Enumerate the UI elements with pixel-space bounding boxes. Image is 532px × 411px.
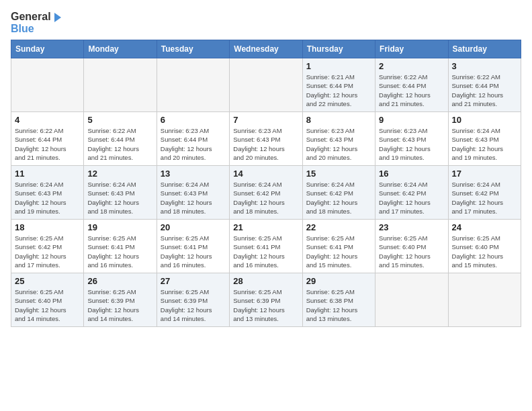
- day-info: Sunrise: 6:25 AMSunset: 6:41 PMDaylight:…: [87, 234, 152, 269]
- logo: General Blue: [11, 11, 62, 34]
- weekday-header-sunday: Sunday: [11, 40, 84, 58]
- day-number: 17: [452, 169, 517, 179]
- day-number: 6: [161, 115, 226, 125]
- calendar-cell: [157, 58, 229, 112]
- calendar-cell: [448, 273, 521, 327]
- day-info: Sunrise: 6:24 AMSunset: 6:42 PMDaylight:…: [379, 180, 444, 216]
- day-number: 29: [306, 276, 371, 286]
- day-info: Sunrise: 6:24 AMSunset: 6:43 PMDaylight:…: [87, 180, 152, 216]
- calendar-cell: [84, 58, 157, 112]
- calendar-cell: 18Sunrise: 6:25 AMSunset: 6:42 PMDayligh…: [11, 220, 84, 273]
- day-info: Sunrise: 6:25 AMSunset: 6:38 PMDaylight:…: [306, 287, 371, 323]
- calendar-cell: 2Sunrise: 6:22 AMSunset: 6:44 PMDaylight…: [375, 58, 448, 112]
- calendar-week-2: 4Sunrise: 6:22 AMSunset: 6:44 PMDaylight…: [11, 112, 521, 166]
- day-number: 15: [306, 169, 371, 179]
- header: General Blue: [11, 11, 521, 34]
- day-info: Sunrise: 6:25 AMSunset: 6:41 PMDaylight:…: [161, 234, 226, 269]
- calendar-cell: 17Sunrise: 6:24 AMSunset: 6:42 PMDayligh…: [448, 166, 521, 220]
- calendar-week-1: 1Sunrise: 6:21 AMSunset: 6:44 PMDaylight…: [11, 58, 521, 112]
- calendar-cell: 19Sunrise: 6:25 AMSunset: 6:41 PMDayligh…: [84, 220, 157, 273]
- day-number: 13: [161, 169, 226, 179]
- day-number: 25: [15, 276, 80, 286]
- calendar-table: SundayMondayTuesdayWednesdayThursdayFrid…: [11, 40, 521, 327]
- calendar-cell: 3Sunrise: 6:22 AMSunset: 6:44 PMDaylight…: [448, 58, 521, 112]
- day-number: 4: [15, 115, 80, 125]
- calendar-cell: [375, 273, 448, 327]
- day-info: Sunrise: 6:25 AMSunset: 6:39 PMDaylight:…: [87, 287, 152, 323]
- day-number: 26: [87, 276, 152, 286]
- day-info: Sunrise: 6:25 AMSunset: 6:39 PMDaylight:…: [233, 287, 298, 323]
- day-info: Sunrise: 6:22 AMSunset: 6:44 PMDaylight:…: [452, 73, 517, 108]
- calendar-cell: 1Sunrise: 6:21 AMSunset: 6:44 PMDaylight…: [302, 58, 375, 112]
- day-number: 22: [306, 222, 371, 232]
- day-number: 8: [306, 115, 371, 125]
- day-info: Sunrise: 6:25 AMSunset: 6:40 PMDaylight:…: [15, 287, 80, 323]
- day-number: 27: [161, 276, 226, 286]
- day-number: 28: [233, 276, 298, 286]
- day-info: Sunrise: 6:24 AMSunset: 6:42 PMDaylight:…: [306, 180, 371, 216]
- day-number: 9: [379, 115, 444, 125]
- day-info: Sunrise: 6:25 AMSunset: 6:39 PMDaylight:…: [161, 287, 226, 323]
- day-info: Sunrise: 6:23 AMSunset: 6:43 PMDaylight:…: [233, 126, 298, 162]
- day-info: Sunrise: 6:23 AMSunset: 6:43 PMDaylight:…: [379, 126, 444, 162]
- calendar-week-3: 11Sunrise: 6:24 AMSunset: 6:43 PMDayligh…: [11, 166, 521, 220]
- day-number: 7: [233, 115, 298, 125]
- day-number: 21: [233, 222, 298, 232]
- day-number: 18: [15, 222, 80, 232]
- day-number: 14: [233, 169, 298, 179]
- calendar-cell: 5Sunrise: 6:22 AMSunset: 6:44 PMDaylight…: [84, 112, 157, 166]
- weekday-header-wednesday: Wednesday: [230, 40, 302, 58]
- calendar-cell: 28Sunrise: 6:25 AMSunset: 6:39 PMDayligh…: [230, 273, 302, 327]
- calendar-week-4: 18Sunrise: 6:25 AMSunset: 6:42 PMDayligh…: [11, 220, 521, 273]
- calendar-cell: 4Sunrise: 6:22 AMSunset: 6:44 PMDaylight…: [11, 112, 84, 166]
- day-info: Sunrise: 6:25 AMSunset: 6:41 PMDaylight:…: [233, 234, 298, 269]
- calendar-cell: 16Sunrise: 6:24 AMSunset: 6:42 PMDayligh…: [375, 166, 448, 220]
- calendar-cell: 8Sunrise: 6:23 AMSunset: 6:43 PMDaylight…: [302, 112, 375, 166]
- day-number: 11: [15, 169, 80, 179]
- calendar-cell: 21Sunrise: 6:25 AMSunset: 6:41 PMDayligh…: [230, 220, 302, 273]
- day-info: Sunrise: 6:25 AMSunset: 6:40 PMDaylight:…: [452, 234, 517, 269]
- day-info: Sunrise: 6:23 AMSunset: 6:44 PMDaylight:…: [161, 126, 226, 162]
- calendar-cell: 22Sunrise: 6:25 AMSunset: 6:41 PMDayligh…: [302, 220, 375, 273]
- day-number: 19: [87, 222, 152, 232]
- day-info: Sunrise: 6:24 AMSunset: 6:42 PMDaylight:…: [452, 180, 517, 216]
- day-number: 23: [379, 222, 444, 232]
- day-info: Sunrise: 6:22 AMSunset: 6:44 PMDaylight:…: [379, 73, 444, 108]
- day-info: Sunrise: 6:22 AMSunset: 6:44 PMDaylight:…: [87, 126, 152, 162]
- calendar-cell: 13Sunrise: 6:24 AMSunset: 6:43 PMDayligh…: [157, 166, 229, 220]
- day-number: 3: [452, 61, 517, 71]
- calendar-cell: 11Sunrise: 6:24 AMSunset: 6:43 PMDayligh…: [11, 166, 84, 220]
- day-number: 2: [379, 61, 444, 71]
- calendar-cell: [230, 58, 302, 112]
- day-info: Sunrise: 6:24 AMSunset: 6:43 PMDaylight:…: [452, 126, 517, 162]
- calendar-cell: 10Sunrise: 6:24 AMSunset: 6:43 PMDayligh…: [448, 112, 521, 166]
- day-info: Sunrise: 6:25 AMSunset: 6:40 PMDaylight:…: [379, 234, 444, 269]
- day-number: 16: [379, 169, 444, 179]
- calendar-cell: 9Sunrise: 6:23 AMSunset: 6:43 PMDaylight…: [375, 112, 448, 166]
- calendar-cell: [11, 58, 84, 112]
- day-number: 1: [306, 61, 371, 71]
- calendar-cell: 25Sunrise: 6:25 AMSunset: 6:40 PMDayligh…: [11, 273, 84, 327]
- calendar-cell: 20Sunrise: 6:25 AMSunset: 6:41 PMDayligh…: [157, 220, 229, 273]
- day-info: Sunrise: 6:22 AMSunset: 6:44 PMDaylight:…: [15, 126, 80, 162]
- calendar-cell: 24Sunrise: 6:25 AMSunset: 6:40 PMDayligh…: [448, 220, 521, 273]
- calendar-cell: 29Sunrise: 6:25 AMSunset: 6:38 PMDayligh…: [302, 273, 375, 327]
- day-info: Sunrise: 6:25 AMSunset: 6:41 PMDaylight:…: [306, 234, 371, 269]
- calendar-cell: 6Sunrise: 6:23 AMSunset: 6:44 PMDaylight…: [157, 112, 229, 166]
- day-info: Sunrise: 6:23 AMSunset: 6:43 PMDaylight:…: [306, 126, 371, 162]
- calendar-cell: 12Sunrise: 6:24 AMSunset: 6:43 PMDayligh…: [84, 166, 157, 220]
- calendar-cell: 14Sunrise: 6:24 AMSunset: 6:42 PMDayligh…: [230, 166, 302, 220]
- day-number: 24: [452, 222, 517, 232]
- calendar-cell: 7Sunrise: 6:23 AMSunset: 6:43 PMDaylight…: [230, 112, 302, 166]
- day-info: Sunrise: 6:24 AMSunset: 6:42 PMDaylight:…: [233, 180, 298, 216]
- weekday-header-monday: Monday: [84, 40, 157, 58]
- calendar-week-5: 25Sunrise: 6:25 AMSunset: 6:40 PMDayligh…: [11, 273, 521, 327]
- weekday-header-thursday: Thursday: [302, 40, 375, 58]
- day-number: 20: [161, 222, 226, 232]
- day-info: Sunrise: 6:21 AMSunset: 6:44 PMDaylight:…: [306, 73, 371, 108]
- calendar-cell: 27Sunrise: 6:25 AMSunset: 6:39 PMDayligh…: [157, 273, 229, 327]
- weekday-header-saturday: Saturday: [448, 40, 521, 58]
- day-info: Sunrise: 6:24 AMSunset: 6:43 PMDaylight:…: [15, 180, 80, 216]
- calendar-cell: 26Sunrise: 6:25 AMSunset: 6:39 PMDayligh…: [84, 273, 157, 327]
- calendar-cell: 23Sunrise: 6:25 AMSunset: 6:40 PMDayligh…: [375, 220, 448, 273]
